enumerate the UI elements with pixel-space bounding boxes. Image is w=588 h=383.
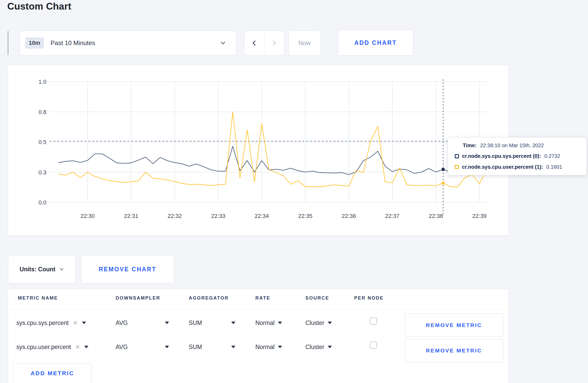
aggregator-value: SUM: [189, 344, 202, 351]
caret-down-icon: [278, 346, 282, 348]
svg-text:22:31: 22:31: [124, 213, 138, 219]
aggregator-dropdown[interactable]: SUM: [189, 341, 235, 353]
metrics-table-header: METRIC NAME DOWNSAMPLER AGGREGATOR RATE …: [8, 289, 509, 309]
caret-down-icon: [165, 322, 169, 324]
svg-text:0.8: 0.8: [38, 109, 46, 115]
header-metric-name: METRIC NAME: [18, 295, 58, 301]
svg-text:22:33: 22:33: [211, 213, 225, 219]
tooltip-time-row: Time: 22:38:10 on Mar 15th, 2022: [448, 143, 586, 148]
svg-text:22:37: 22:37: [385, 213, 400, 219]
chevron-down-icon: [59, 267, 64, 272]
caret-down-icon: [231, 322, 235, 324]
units-dropdown[interactable]: Units: Count: [8, 255, 76, 283]
tooltip-time-label: Time:: [463, 143, 477, 148]
toolbar-left-rule: [8, 31, 8, 55]
time-range-dropdown[interactable]: 10m Past 10 Minutes: [20, 31, 236, 55]
svg-text:1.0: 1.0: [38, 79, 46, 85]
chevron-down-icon: [220, 40, 226, 46]
chevron-left-icon: [251, 40, 257, 46]
metric-name-dropdown[interactable]: sys.cpu.user.percent ✕: [16, 341, 88, 353]
svg-text:0.5: 0.5: [38, 139, 46, 145]
rate-value: Normal: [255, 344, 275, 351]
chart-tooltip: Time: 22:38:10 on Mar 15th, 2022 cr.node…: [448, 137, 587, 175]
header-downsampler: DOWNSAMPLER: [116, 295, 160, 301]
remove-metric-button[interactable]: REMOVE METRIC: [405, 339, 503, 362]
tooltip-series-value: 0.1601: [546, 164, 562, 170]
downsampler-value: AVG: [116, 344, 128, 351]
caret-down-icon: [165, 346, 169, 348]
header-aggregator: AGGREGATOR: [189, 295, 229, 301]
svg-text:22:38: 22:38: [429, 213, 443, 219]
svg-text:22:30: 22:30: [80, 213, 95, 219]
tooltip-time-value: 22:38:10 on Mar 15th, 2022: [480, 143, 544, 148]
time-range-badge: 10m: [25, 37, 44, 49]
series-user-swatch-icon: [455, 165, 459, 169]
downsampler-dropdown[interactable]: AVG: [116, 341, 169, 353]
chart-card: 0.00.30.50.81.022:3022:3122:3222:3322:34…: [8, 65, 509, 236]
series-sys-swatch-icon: [455, 154, 459, 158]
svg-text:0.3: 0.3: [38, 169, 46, 176]
header-rate: RATE: [255, 295, 270, 301]
metric-name-value: sys.cpu.sys.percent: [16, 320, 69, 327]
time-range-label: Past 10 Minutes: [51, 39, 95, 47]
svg-text:22:35: 22:35: [298, 213, 312, 219]
tooltip-series-name: cr.node.sys.cpu.user.percent (1):: [462, 164, 543, 170]
caret-down-icon: [328, 346, 332, 348]
units-label: Units: Count: [20, 266, 55, 273]
tooltip-series-row: cr.node.sys.cpu.user.percent (1): 0.1601: [448, 164, 586, 170]
chevron-right-icon: [271, 40, 277, 46]
caret-down-icon: [84, 346, 88, 348]
metrics-table: METRIC NAME DOWNSAMPLER AGGREGATOR RATE …: [8, 289, 509, 383]
rate-dropdown[interactable]: Normal: [255, 341, 282, 353]
chart-canvas[interactable]: 0.00.30.50.81.022:3022:3122:3222:3322:34…: [8, 65, 509, 236]
downsampler-value: AVG: [116, 320, 128, 327]
page-title: Custom Chart: [7, 1, 71, 12]
time-prev-button[interactable]: [244, 31, 264, 55]
metric-name-value: sys.cpu.user.percent: [16, 344, 71, 351]
source-value: Cluster: [305, 320, 324, 327]
svg-text:22:32: 22:32: [167, 213, 182, 219]
svg-text:22:34: 22:34: [255, 213, 269, 219]
add-metric-button[interactable]: ADD METRIC: [13, 364, 92, 383]
svg-text:0.0: 0.0: [38, 199, 46, 206]
source-dropdown[interactable]: Cluster: [305, 341, 332, 353]
time-next-button[interactable]: [264, 31, 284, 55]
caret-down-icon: [278, 322, 282, 324]
per-node-checkbox[interactable]: [370, 317, 377, 325]
metric-name-dropdown[interactable]: sys.cpu.sys.percent ✕: [16, 317, 86, 329]
clear-metric-icon[interactable]: ✕: [73, 320, 78, 327]
aggregator-dropdown[interactable]: SUM: [189, 317, 235, 329]
source-dropdown[interactable]: Cluster: [305, 317, 332, 329]
tooltip-series-row: cr.node.sys.cpu.sys.percent (0): 0.2732: [448, 153, 586, 159]
clear-metric-icon[interactable]: ✕: [75, 344, 80, 351]
rate-value: Normal: [255, 320, 275, 327]
per-node-checkbox[interactable]: [370, 342, 377, 349]
custom-chart-page: Custom Chart 10m Past 10 Minutes Now ADD…: [0, 0, 588, 383]
header-per-node: PER NODE: [354, 295, 384, 301]
now-button[interactable]: Now: [289, 31, 320, 55]
source-value: Cluster: [305, 344, 324, 351]
aggregator-value: SUM: [189, 320, 202, 327]
add-chart-button[interactable]: ADD CHART: [338, 30, 413, 56]
tooltip-series-name: cr.node.sys.cpu.sys.percent (0):: [462, 153, 541, 159]
caret-down-icon: [82, 322, 86, 324]
rate-dropdown[interactable]: Normal: [255, 317, 282, 329]
remove-chart-button[interactable]: REMOVE CHART: [81, 255, 174, 283]
downsampler-dropdown[interactable]: AVG: [116, 317, 169, 329]
svg-text:22:39: 22:39: [472, 213, 487, 219]
caret-down-icon: [231, 346, 235, 348]
svg-text:22:36: 22:36: [342, 213, 356, 219]
tooltip-series-value: 0.2732: [544, 153, 560, 159]
caret-down-icon: [328, 322, 332, 324]
time-nav-group: [244, 31, 284, 55]
header-source: SOURCE: [305, 295, 329, 301]
remove-metric-button[interactable]: REMOVE METRIC: [405, 314, 503, 337]
